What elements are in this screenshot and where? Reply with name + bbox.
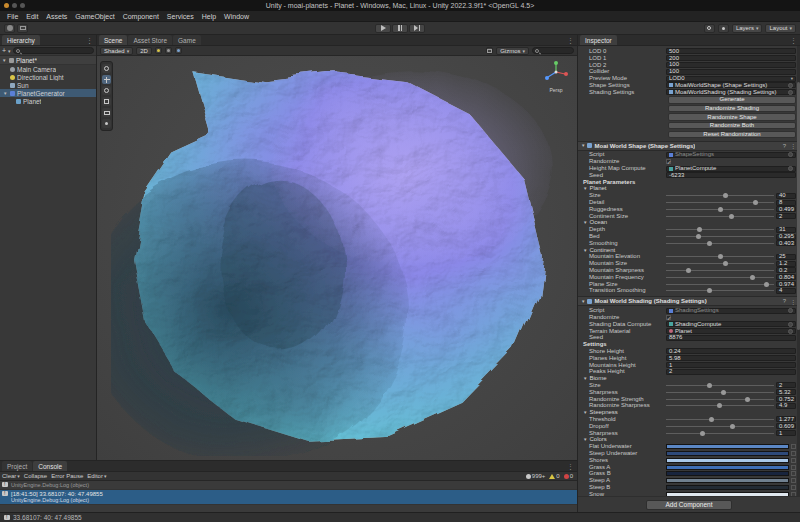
tab-hierarchy[interactable]: Hierarchy xyxy=(2,35,40,45)
maximize-window-icon[interactable] xyxy=(20,3,25,8)
slider-knob[interactable] xyxy=(707,288,712,293)
eyedropper-icon[interactable] xyxy=(791,471,796,476)
eyedropper-icon[interactable] xyxy=(791,451,796,456)
transition-smoothing-slider[interactable] xyxy=(666,290,774,291)
account-icon[interactable] xyxy=(4,24,15,33)
steep-b-color-field[interactable] xyxy=(666,485,789,490)
error-count[interactable]: 0 xyxy=(564,473,573,479)
menu-help[interactable]: Help xyxy=(198,13,220,20)
info-count[interactable]: 999+ xyxy=(526,473,546,479)
randomize-strength-slider[interactable] xyxy=(666,399,774,400)
peaks-height-field[interactable]: 2 xyxy=(666,369,796,375)
mountain-frequency-slider[interactable] xyxy=(666,277,774,278)
size-value-field[interactable]: 40 xyxy=(776,193,796,199)
kebab-menu-icon[interactable]: ⋮ xyxy=(564,37,577,45)
effects-toggle-icon[interactable] xyxy=(175,47,182,54)
close-window-icon[interactable] xyxy=(4,3,9,8)
lighting-toggle-icon[interactable] xyxy=(155,47,162,54)
add-component-button[interactable]: Add Component xyxy=(646,500,732,510)
shape-settings-object-field[interactable]: MoaiWorldShape (Shape Settings) xyxy=(666,82,796,88)
minimize-window-icon[interactable] xyxy=(12,3,17,8)
eyedropper-icon[interactable] xyxy=(791,465,796,470)
object-picker-icon[interactable] xyxy=(788,90,793,95)
slider-knob[interactable] xyxy=(718,254,723,259)
mountain-elevation-slider[interactable] xyxy=(666,256,774,257)
step-button[interactable] xyxy=(409,24,425,33)
scale-tool-icon[interactable] xyxy=(102,97,111,106)
mountain-frequency-value-field[interactable]: 0.804 xyxy=(776,274,796,280)
collider-field[interactable]: 100 xyxy=(666,69,796,75)
depth-slider[interactable] xyxy=(666,229,774,230)
help-icon[interactable]: ? xyxy=(782,298,787,304)
kebab-menu-icon[interactable]: ⋮ xyxy=(789,298,797,305)
slider-knob[interactable] xyxy=(721,390,726,395)
mountain-size-value-field[interactable]: 1.2 xyxy=(776,261,796,267)
transform-tool-icon[interactable] xyxy=(102,119,111,128)
sharpness-value-field[interactable]: 1 xyxy=(776,430,796,436)
smoothing-slider[interactable] xyxy=(666,243,774,244)
slider-knob[interactable] xyxy=(696,234,701,239)
generate-button[interactable]: Generate xyxy=(668,96,796,104)
tab-project[interactable]: Project xyxy=(2,461,32,471)
seed-field[interactable]: -6233 xyxy=(666,172,796,178)
projection-label[interactable]: Persp xyxy=(541,87,571,93)
create-object-button[interactable]: + xyxy=(2,47,6,54)
editor-button[interactable]: Editor▾ xyxy=(87,473,106,479)
shores-color-field[interactable] xyxy=(666,458,789,463)
object-picker-icon[interactable] xyxy=(788,83,793,88)
window-controls[interactable] xyxy=(4,3,25,8)
tab-asset-store[interactable]: Asset Store xyxy=(128,35,172,45)
randomize-sharpness-value-field[interactable]: 4.9 xyxy=(776,403,796,409)
randomize-sharpness-slider[interactable] xyxy=(666,405,774,406)
menu-assets[interactable]: Assets xyxy=(42,13,71,20)
mountain-sharpness-value-field[interactable]: 0.2 xyxy=(776,267,796,273)
preview-mode-dropdown[interactable]: LOD0▾ xyxy=(666,76,796,82)
scene-root-row[interactable]: ▼ Planet* xyxy=(0,56,96,65)
mountains-height-field[interactable]: 1 xyxy=(666,362,796,368)
grass-b-color-field[interactable] xyxy=(666,471,789,476)
lod-1-field[interactable]: 200 xyxy=(666,55,796,61)
slider-knob[interactable] xyxy=(686,268,691,273)
tab-console[interactable]: Console xyxy=(33,461,67,471)
menu-window[interactable]: Window xyxy=(220,13,253,20)
hierarchy-search-input[interactable] xyxy=(13,47,94,54)
slider-knob[interactable] xyxy=(707,383,712,388)
height-map-compute-object-field[interactable]: PlanetCompute xyxy=(666,166,796,172)
slider-knob[interactable] xyxy=(700,431,705,436)
clear-button[interactable]: Clear▾ xyxy=(2,473,20,479)
script-object-field[interactable]: ShapeSettings xyxy=(666,152,796,158)
rect-tool-icon[interactable] xyxy=(102,108,111,117)
scene-search-input[interactable] xyxy=(532,47,574,54)
planet-object[interactable] xyxy=(111,60,563,456)
grid-toggle-icon[interactable] xyxy=(486,47,493,54)
detail-value-field[interactable]: 8 xyxy=(776,200,796,206)
randomize-checkbox[interactable]: ✓ xyxy=(666,315,671,320)
draw-mode-dropdown[interactable]: Shaded▾ xyxy=(100,47,133,55)
eyedropper-icon[interactable] xyxy=(791,444,796,449)
sharpness-slider[interactable] xyxy=(666,392,774,393)
scene-viewport[interactable]: Persp xyxy=(97,56,577,460)
plane-size-value-field[interactable]: 0.974 xyxy=(776,281,796,287)
continent-size-value-field[interactable]: 2 xyxy=(776,213,796,219)
terrain-material-object-field[interactable]: Planet xyxy=(666,328,796,334)
object-picker-icon[interactable] xyxy=(788,166,793,171)
play-button[interactable] xyxy=(375,24,391,33)
object-picker-icon[interactable] xyxy=(788,322,793,327)
bed-value-field[interactable]: 0.295 xyxy=(776,234,796,240)
smoothing-value-field[interactable]: 0.403 xyxy=(776,240,796,246)
chevron-down-icon[interactable]: ▼ xyxy=(2,58,7,63)
menu-services[interactable]: Services xyxy=(163,13,198,20)
threshold-value-field[interactable]: 1.277 xyxy=(776,416,796,422)
slider-knob[interactable] xyxy=(707,241,712,246)
scene-orientation-gizmo[interactable]: Persp xyxy=(541,60,571,93)
slider-knob[interactable] xyxy=(730,424,735,429)
menu-gameobject[interactable]: GameObject xyxy=(71,13,118,20)
eyedropper-icon[interactable] xyxy=(791,458,796,463)
steep-underwater-color-field[interactable] xyxy=(666,451,789,456)
slider-knob[interactable] xyxy=(697,227,702,232)
move-tool-icon[interactable] xyxy=(102,75,111,84)
kebab-menu-icon[interactable]: ⋮ xyxy=(789,142,797,149)
hierarchy-item-sun[interactable]: Sun xyxy=(0,81,96,89)
console-entry[interactable]: UnityEngine.Debug:Log (object) xyxy=(0,481,577,490)
shading-data-compute-object-field[interactable]: ShadingCompute xyxy=(666,321,796,327)
